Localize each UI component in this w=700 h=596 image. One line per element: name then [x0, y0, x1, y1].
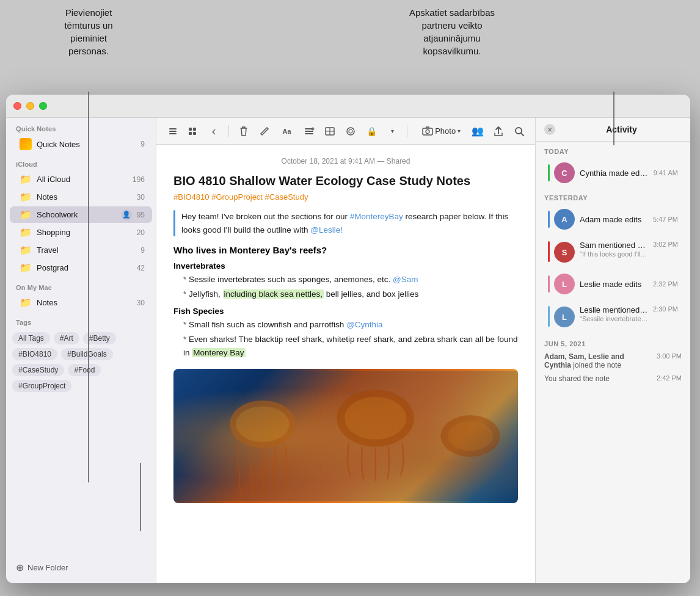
activity-leslie-edits-info: Leslie made edits — [580, 280, 648, 289]
note-date: October 18, 2021 at 9:41 AM — Shared — [173, 157, 518, 165]
bullet4-highlight: Monterey Bay — [192, 348, 245, 357]
activity-item-inner: L Leslie mentioned… "Sessile invertebrat… — [548, 303, 678, 329]
activity-item-cynthia[interactable]: C Cynthia made ed… 9:41 AM — [539, 158, 687, 187]
sidebar-item-schoolwork[interactable]: 📁 Schoolwork 👤 95 — [10, 206, 152, 223]
note-bullet-2: Small fish such as clownfish and parrotf… — [173, 318, 518, 359]
sidebar-item-postgrad[interactable]: 📁 Postgrad 42 — [10, 260, 152, 276]
list-view-button[interactable] — [164, 123, 182, 140]
avatar-leslie-pink: L — [554, 274, 575, 294]
activity-sam-name: Sam mentioned L… — [580, 241, 648, 250]
note-monterey-link[interactable]: #MontereyBay — [350, 212, 403, 221]
activity-adam-name: Adam made edits — [580, 215, 648, 224]
collab-button[interactable]: 👥 — [469, 123, 486, 140]
photo-label: Photo — [435, 126, 456, 136]
toolbar-separator-1 — [228, 125, 229, 137]
sidebar-item-shopping[interactable]: 📁 Shopping 20 — [10, 224, 152, 241]
share-button[interactable] — [490, 123, 507, 140]
note-left-border — [173, 210, 175, 236]
bullet3-text: Small fish such as clownfish and parrotf… — [189, 320, 346, 329]
checklist-button[interactable] — [301, 123, 318, 140]
bullet1-text: Sessile invertebrates such as sponges, a… — [189, 275, 393, 284]
new-folder-label: New Folder — [27, 563, 68, 572]
toolbar: ‹ Aa — [156, 118, 535, 145]
svg-rect-29 — [173, 371, 518, 501]
folder-icon: 📁 — [20, 191, 32, 203]
grid-view-button[interactable] — [183, 123, 202, 140]
activity-item-leslie-edits[interactable]: L Leslie made edits 2:32 PM — [539, 269, 687, 299]
search-button[interactable] — [511, 123, 528, 140]
svg-rect-10 — [305, 128, 313, 129]
tag-betty[interactable]: #Betty — [83, 332, 116, 344]
left-accent — [157, 213, 159, 583]
activity-leslie-edits-time: 2:32 PM — [653, 280, 678, 288]
annotation-top-right: Apskatiet sadarbības partneru veikto atj… — [385, 6, 519, 57]
lock-chevron[interactable]: ▾ — [384, 123, 401, 140]
new-folder-button[interactable]: ⊕ New Folder — [6, 558, 156, 577]
note-bullet-1: Sessile invertebrates such as sponges, a… — [173, 273, 518, 300]
sidebar-item-all-icloud[interactable]: 📁 All iCloud 196 — [10, 171, 152, 187]
lock-button[interactable]: 🔒 — [363, 123, 380, 140]
activity-shared-time: 2:42 PM — [657, 374, 682, 383]
sidebar-item-notes-icloud[interactable]: 📁 Notes 30 — [10, 189, 152, 205]
minimize-button[interactable] — [26, 102, 34, 110]
folder-icon: 📁 — [20, 209, 32, 220]
new-folder-icon: ⊕ — [16, 562, 24, 573]
sidebar-schoolwork-count: 95 — [137, 211, 145, 219]
traffic-lights — [13, 102, 47, 110]
tag-buildgoals[interactable]: #BuildGoals — [61, 348, 113, 360]
back-button[interactable]: ‹ — [205, 123, 222, 140]
svg-rect-4 — [169, 131, 177, 132]
activity-sam-info: Sam mentioned L… "If this looks good I'l… — [580, 241, 648, 258]
sidebar-postgrad-label: Postgrad — [37, 263, 132, 272]
table-button[interactable] — [321, 123, 338, 140]
note-intro-text: Hey team! I've broken out the sections f… — [181, 212, 350, 221]
svg-point-20 — [426, 129, 429, 133]
view-toggle-group — [164, 123, 202, 140]
avatar-cynthia: C — [554, 162, 575, 183]
compose-button[interactable] — [256, 123, 273, 140]
sidebar-all-icloud-count: 196 — [133, 175, 145, 184]
activity-sam-preview: "If this looks good I'll… — [580, 250, 648, 258]
activity-item-leslie-mention[interactable]: L Leslie mentioned… "Sessile invertebrat… — [539, 299, 687, 333]
activity-joined-text: Adam, Sam, Leslie and Cynthia joined the… — [544, 352, 652, 369]
sidebar-shopping-count: 20 — [137, 228, 145, 237]
font-button[interactable]: Aa — [277, 123, 297, 140]
activity-item-adam[interactable]: A Adam made edits 5:47 PM — [539, 205, 687, 234]
activity-close-button[interactable]: ✕ — [544, 124, 555, 135]
activity-section-jun5: JUN 5, 2021 — [536, 334, 690, 350]
tag-all-tags[interactable]: All Tags — [12, 332, 50, 344]
close-button[interactable] — [13, 102, 21, 110]
svg-point-18 — [349, 129, 352, 133]
photo-button[interactable]: Photo ▾ — [417, 124, 465, 139]
main-content: Quick Notes Quick Notes 9 iCloud 📁 All i… — [6, 118, 690, 583]
activity-cynthia-info: Cynthia made ed… — [580, 169, 649, 178]
activity-leslie-edits-name: Leslie made edits — [580, 280, 648, 289]
tag-art[interactable]: #Art — [54, 332, 79, 344]
sidebar-item-quick-notes[interactable]: Quick Notes 9 — [10, 136, 152, 153]
fullscreen-button[interactable] — [39, 102, 47, 110]
activity-item-sam[interactable]: S Sam mentioned L… "If this looks good I… — [539, 234, 687, 269]
activity-shared-row: You shared the note 2:42 PM — [536, 372, 690, 385]
titlebar — [6, 95, 690, 118]
toolbar-separator-2 — [407, 125, 407, 137]
note-image — [173, 369, 518, 503]
sidebar-item-notes-mac[interactable]: 📁 Notes 30 — [10, 294, 152, 311]
activity-item-inner: C Cynthia made ed… 9:41 AM — [548, 162, 678, 183]
tag-bio4810[interactable]: #BIO4810 — [12, 348, 57, 360]
note-subheading-2: Fish Species — [173, 307, 518, 316]
svg-rect-6 — [189, 128, 192, 131]
delete-button[interactable] — [235, 123, 252, 140]
tag-groupproject[interactable]: #GroupProject — [12, 380, 71, 392]
photo-chevron-icon: ▾ — [458, 128, 461, 134]
sidebar-travel-label: Travel — [37, 245, 136, 255]
activity-leslie-mention-info: Leslie mentioned… "Sessile invertebrates… — [580, 305, 648, 322]
note-leslie-mention: @Leslie! — [310, 225, 343, 234]
sidebar-item-travel[interactable]: 📁 Travel 9 — [10, 242, 152, 258]
note-intro-block: Hey team! I've broken out the sections f… — [173, 210, 518, 236]
tag-food[interactable]: #Food — [68, 364, 101, 376]
note-editor[interactable]: October 18, 2021 at 9:41 AM — Shared BIO… — [156, 145, 535, 583]
format-button[interactable] — [342, 123, 359, 140]
tag-casestudy[interactable]: #CaseStudy — [12, 364, 64, 376]
bullet2-highlight: including black sea nettles, — [223, 289, 324, 299]
svg-rect-5 — [169, 133, 177, 134]
